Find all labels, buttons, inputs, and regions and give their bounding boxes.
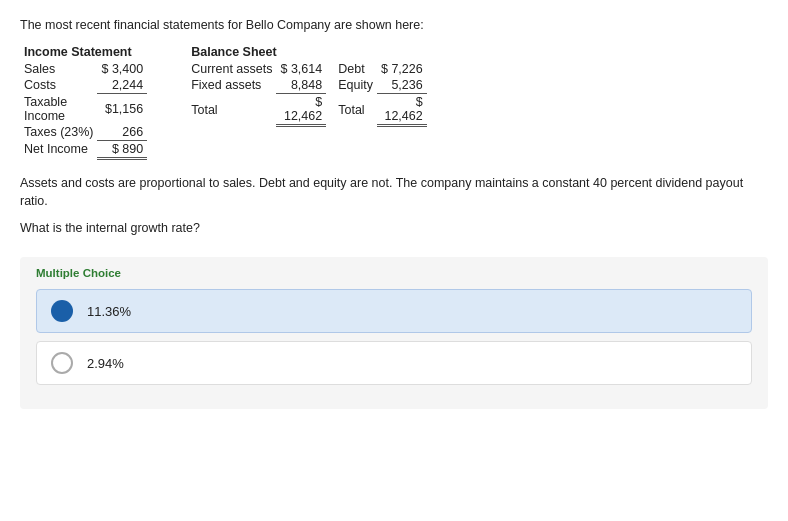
income-statement: Income Statement Sales $ 3,400 Costs 2,2… (20, 44, 147, 160)
financial-tables: Income Statement Sales $ 3,400 Costs 2,2… (20, 44, 768, 160)
debt-label: Debt (326, 61, 377, 77)
current-assets-label: Current assets (187, 61, 276, 77)
current-assets-value: $ 3,614 (276, 61, 326, 77)
equity-value: 5,236 (377, 77, 427, 94)
bs-total-value-right: $12,462 (377, 94, 427, 126)
taxable-income-label: TaxableIncome (20, 94, 97, 124)
taxes-label: Taxes (23%) (20, 124, 97, 141)
net-income-label: Net Income (20, 140, 97, 158)
mc-label: Multiple Choice (36, 267, 752, 279)
intro-text: The most recent financial statements for… (20, 18, 768, 32)
choice-b-label: 2.94% (87, 356, 124, 371)
multiple-choice-section: Multiple Choice 11.36% 2.94% (20, 257, 768, 409)
debt-value: $ 7,226 (377, 61, 427, 77)
costs-value: 2,244 (97, 77, 147, 94)
taxes-value: 266 (97, 124, 147, 141)
body-text: Assets and costs are proportional to sal… (20, 174, 768, 212)
taxable-income-value: $1,156 (97, 94, 147, 124)
balance-sheet: Balance Sheet Current assets $ 3,614 Deb… (187, 44, 426, 160)
balance-sheet-header: Balance Sheet (187, 44, 426, 61)
choice-a[interactable]: 11.36% (36, 289, 752, 333)
equity-label: Equity (326, 77, 377, 94)
choice-b[interactable]: 2.94% (36, 341, 752, 385)
net-income-value: $ 890 (97, 140, 147, 158)
bs-total-label-left: Total (187, 94, 276, 126)
fixed-assets-value: 8,848 (276, 77, 326, 94)
sales-value: $ 3,400 (97, 61, 147, 77)
radio-empty-icon (51, 352, 73, 374)
choice-a-label: 11.36% (87, 304, 131, 319)
bs-total-label-right: Total (326, 94, 377, 126)
income-statement-header: Income Statement (20, 44, 147, 61)
radio-filled-icon (51, 300, 73, 322)
sales-label: Sales (20, 61, 97, 77)
question-text: What is the internal growth rate? (20, 221, 768, 235)
bs-total-value-left: $12,462 (276, 94, 326, 126)
fixed-assets-label: Fixed assets (187, 77, 276, 94)
costs-label: Costs (20, 77, 97, 94)
